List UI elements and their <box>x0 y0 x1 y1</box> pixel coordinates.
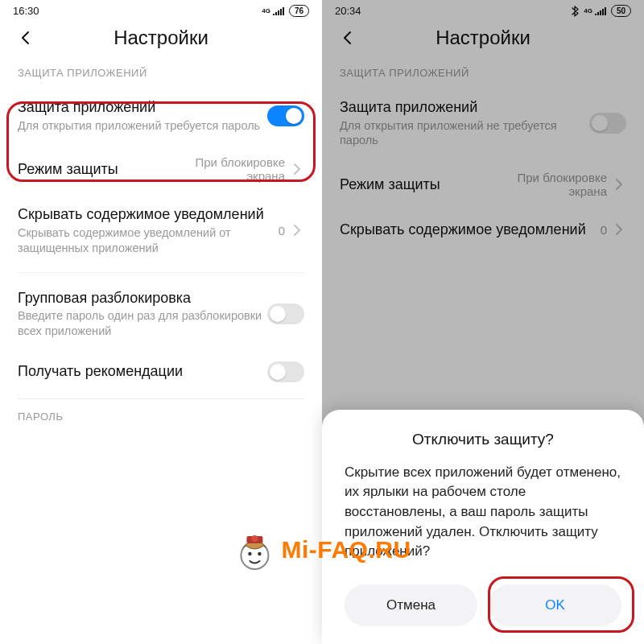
section-app-protection: ЗАЩИТА ПРИЛОЖЕНИЙ <box>322 60 644 87</box>
battery-icon: 50 <box>611 5 631 17</box>
app-protection-sub: Для открытия приложений не требуется пар… <box>340 118 589 149</box>
protection-mode-value: При блокировке экрана <box>478 171 607 198</box>
header: Настройки <box>322 19 644 60</box>
group-unlock-title: Групповая разблокировка <box>18 289 267 308</box>
chevron-right-icon <box>612 178 626 191</box>
app-protection-title: Защита приложений <box>340 98 589 117</box>
recommendations-row[interactable]: Получать рекомендации <box>0 350 322 394</box>
status-bar: 16:30 4G 76 <box>0 0 322 19</box>
bluetooth-icon <box>571 6 579 17</box>
group-unlock-sub: Введите пароль один раз для разблокировк… <box>18 308 267 339</box>
recommendations-title: Получать рекомендации <box>18 362 267 381</box>
divider <box>18 398 304 399</box>
page-title: Настройки <box>14 27 308 49</box>
ok-button[interactable]: OK <box>489 584 621 626</box>
network-icon: 4G <box>262 7 270 14</box>
protection-mode-title: Режим защиты <box>340 175 478 194</box>
right-screenshot: 20:34 4G 50 Настройки ЗАЩИТА <box>322 0 644 644</box>
group-unlock-row[interactable]: Групповая разблокировка Введите пароль о… <box>0 278 322 350</box>
app-protection-toggle-row[interactable]: Защита приложений Для открытия приложени… <box>0 87 322 144</box>
battery-icon: 76 <box>289 5 309 17</box>
app-protection-toggle[interactable] <box>267 105 304 126</box>
app-protection-title: Защита приложений <box>18 98 267 117</box>
section-app-protection: ЗАЩИТА ПРИЛОЖЕНИЙ <box>0 60 322 87</box>
dialog-body: Скрытие всех приложений будет отменено, … <box>345 463 621 562</box>
app-protection-sub: Для открытия приложений требуется пароль <box>18 118 267 134</box>
protection-mode-value: При блокировке экрана <box>156 155 285 183</box>
header: Настройки <box>0 19 322 60</box>
chevron-right-icon <box>290 163 304 175</box>
hide-notifications-title: Скрывать содержимое уведомлений <box>340 221 601 239</box>
section-password: ПАРОЛЬ <box>0 404 322 431</box>
disable-protection-dialog: Отключить защиту? Скрытие всех приложени… <box>322 410 644 644</box>
status-time: 20:34 <box>335 5 361 17</box>
recommendations-toggle[interactable] <box>267 361 304 382</box>
network-icon: 4G <box>584 7 592 14</box>
hide-notifications-value: 0 <box>601 223 607 237</box>
chevron-right-icon <box>612 223 626 236</box>
hide-notifications-sub: Скрывать содержимое уведомлений от защищ… <box>18 225 279 256</box>
left-screenshot: 16:30 4G 76 Настройки ЗАЩИТА ПРИЛОЖЕНИЙ … <box>0 0 322 644</box>
hide-notifications-value: 0 <box>279 224 285 237</box>
status-time: 16:30 <box>13 5 39 17</box>
hide-notifications-row[interactable]: Скрывать содержимое уведомлений Скрывать… <box>0 194 322 266</box>
app-protection-toggle-row[interactable]: Защита приложений Для открытия приложени… <box>322 87 644 159</box>
protection-mode-row[interactable]: Режим защиты При блокировке экрана <box>322 159 644 209</box>
status-bar: 20:34 4G 50 <box>322 0 644 19</box>
protection-mode-title: Режим защиты <box>18 160 156 179</box>
app-protection-toggle[interactable] <box>589 113 626 134</box>
divider <box>18 272 304 273</box>
protection-mode-row[interactable]: Режим защиты При блокировке экрана <box>0 144 322 194</box>
chevron-right-icon <box>290 224 304 237</box>
hide-notifications-title: Скрывать содержимое уведомлений <box>18 205 279 224</box>
dialog-title: Отключить защиту? <box>345 431 621 448</box>
hide-notifications-row[interactable]: Скрывать содержимое уведомлений 0 <box>322 209 644 250</box>
signal-icon <box>595 6 606 15</box>
page-title: Настройки <box>336 27 630 49</box>
cancel-button[interactable]: Отмена <box>345 584 477 626</box>
signal-icon <box>273 6 284 15</box>
group-unlock-toggle[interactable] <box>267 303 304 324</box>
